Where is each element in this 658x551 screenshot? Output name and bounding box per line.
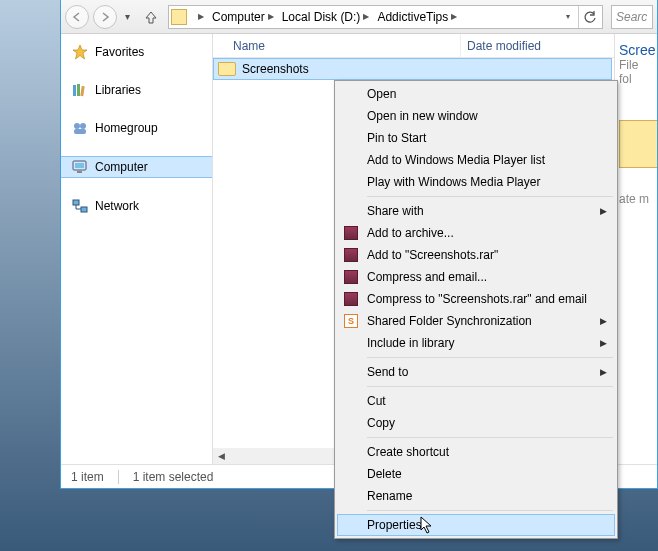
- breadcrumb[interactable]: ▶: [191, 12, 208, 21]
- svg-rect-10: [81, 207, 87, 212]
- refresh-button[interactable]: [578, 6, 600, 28]
- breadcrumb-label: Local Disk (D:): [282, 10, 361, 24]
- submenu-arrow-icon: ▶: [600, 316, 607, 326]
- preview-date-label: ate m: [619, 192, 653, 206]
- context-menu-item[interactable]: SShared Folder Synchronization▶: [337, 310, 615, 332]
- scroll-left-button[interactable]: ◀: [213, 448, 229, 464]
- context-menu-label: Pin to Start: [367, 131, 426, 145]
- svg-rect-5: [74, 129, 86, 134]
- context-menu-label: Copy: [367, 416, 395, 430]
- context-menu-item[interactable]: Add to archive...: [337, 222, 615, 244]
- search-input[interactable]: Searc: [611, 5, 653, 29]
- svg-point-3: [74, 123, 80, 129]
- context-menu-separator: [367, 437, 613, 438]
- back-button[interactable]: [65, 5, 89, 29]
- breadcrumb[interactable]: Computer▶: [208, 10, 278, 24]
- context-menu-label: Add to "Screenshots.rar": [367, 248, 498, 262]
- sidebar-item-favorites[interactable]: Favorites: [61, 42, 212, 62]
- submenu-arrow-icon: ▶: [600, 206, 607, 216]
- context-menu-item[interactable]: Send to▶: [337, 361, 615, 383]
- context-menu-item[interactable]: Add to "Screenshots.rar": [337, 244, 615, 266]
- sidebar-item-network[interactable]: Network: [61, 196, 212, 216]
- folder-icon: [218, 62, 236, 76]
- context-menu-item[interactable]: Open: [337, 83, 615, 105]
- search-placeholder: Searc: [616, 10, 647, 24]
- context-menu-label: Create shortcut: [367, 445, 449, 459]
- context-menu-label: Send to: [367, 365, 408, 379]
- sidebar-item-label: Favorites: [95, 45, 144, 59]
- network-icon: [71, 198, 89, 214]
- sidebar-item-computer[interactable]: Computer: [61, 156, 212, 178]
- context-menu: OpenOpen in new windowPin to StartAdd to…: [334, 80, 618, 539]
- context-menu-label: Compress to "Screenshots.rar" and email: [367, 292, 587, 306]
- context-menu-label: Rename: [367, 489, 412, 503]
- breadcrumb-label: AddictiveTips: [377, 10, 448, 24]
- file-row[interactable]: Screenshots: [213, 58, 612, 80]
- computer-icon: [71, 159, 89, 175]
- context-menu-label: Compress and email...: [367, 270, 487, 284]
- sidebar-item-label: Libraries: [95, 83, 141, 97]
- context-menu-item[interactable]: Create shortcut: [337, 441, 615, 463]
- context-menu-item[interactable]: Add to Windows Media Player list: [337, 149, 615, 171]
- libraries-icon: [71, 82, 89, 98]
- context-menu-label: Open: [367, 87, 396, 101]
- context-menu-item[interactable]: Properties: [337, 514, 615, 536]
- column-date-header[interactable]: Date modified: [461, 39, 614, 53]
- context-menu-label: Open in new window: [367, 109, 478, 123]
- svg-rect-2: [80, 86, 84, 96]
- breadcrumb[interactable]: AddictiveTips▶: [373, 10, 461, 24]
- recent-locations-dropdown[interactable]: ▾: [121, 11, 134, 22]
- svg-rect-7: [75, 163, 84, 168]
- context-menu-label: Add to Windows Media Player list: [367, 153, 545, 167]
- rar-icon: [343, 247, 359, 263]
- context-menu-label: Share with: [367, 204, 424, 218]
- address-dropdown[interactable]: ▾: [566, 12, 570, 21]
- rar-icon: [343, 225, 359, 241]
- context-menu-item[interactable]: Share with▶: [337, 200, 615, 222]
- forward-button[interactable]: [93, 5, 117, 29]
- sidebar-item-libraries[interactable]: Libraries: [61, 80, 212, 100]
- svg-rect-1: [77, 84, 80, 96]
- context-menu-label: Cut: [367, 394, 386, 408]
- toolbar: ▾ ▶ Computer▶ Local Disk (D:)▶ Addictive…: [61, 0, 657, 34]
- context-menu-item[interactable]: Pin to Start: [337, 127, 615, 149]
- status-selected: 1 item selected: [133, 470, 214, 484]
- context-menu-item[interactable]: Open in new window: [337, 105, 615, 127]
- context-menu-label: Play with Windows Media Player: [367, 175, 540, 189]
- rar-icon: [343, 291, 359, 307]
- context-menu-separator: [367, 357, 613, 358]
- breadcrumb[interactable]: Local Disk (D:)▶: [278, 10, 374, 24]
- context-menu-item[interactable]: Compress to "Screenshots.rar" and email: [337, 288, 615, 310]
- up-button[interactable]: [140, 6, 162, 28]
- preview-pane: Scree File fol ate m: [615, 34, 657, 464]
- context-menu-item[interactable]: Play with Windows Media Player: [337, 171, 615, 193]
- context-menu-item[interactable]: Copy: [337, 412, 615, 434]
- submenu-arrow-icon: ▶: [600, 367, 607, 377]
- address-bar[interactable]: ▶ Computer▶ Local Disk (D:)▶ AddictiveTi…: [168, 5, 603, 29]
- context-menu-item[interactable]: Rename: [337, 485, 615, 507]
- sync-icon: S: [343, 313, 359, 329]
- breadcrumb-label: Computer: [212, 10, 265, 24]
- context-menu-label: Properties: [367, 518, 422, 532]
- homegroup-icon: [71, 120, 89, 136]
- svg-point-4: [80, 123, 86, 129]
- status-count: 1 item: [71, 470, 104, 484]
- context-menu-item[interactable]: Compress and email...: [337, 266, 615, 288]
- context-menu-label: Delete: [367, 467, 402, 481]
- context-menu-separator: [367, 196, 613, 197]
- context-menu-label: Include in library: [367, 336, 454, 350]
- context-menu-label: Shared Folder Synchronization: [367, 314, 532, 328]
- preview-title: Scree: [619, 42, 653, 58]
- submenu-arrow-icon: ▶: [600, 338, 607, 348]
- context-menu-label: Add to archive...: [367, 226, 454, 240]
- svg-rect-0: [73, 85, 76, 96]
- rar-icon: [343, 269, 359, 285]
- sidebar-item-homegroup[interactable]: Homegroup: [61, 118, 212, 138]
- context-menu-item[interactable]: Include in library▶: [337, 332, 615, 354]
- svg-rect-8: [77, 171, 82, 173]
- context-menu-item[interactable]: Delete: [337, 463, 615, 485]
- context-menu-item[interactable]: Cut: [337, 390, 615, 412]
- context-menu-separator: [367, 386, 613, 387]
- column-name-header[interactable]: Name: [213, 34, 461, 57]
- star-icon: [71, 44, 89, 60]
